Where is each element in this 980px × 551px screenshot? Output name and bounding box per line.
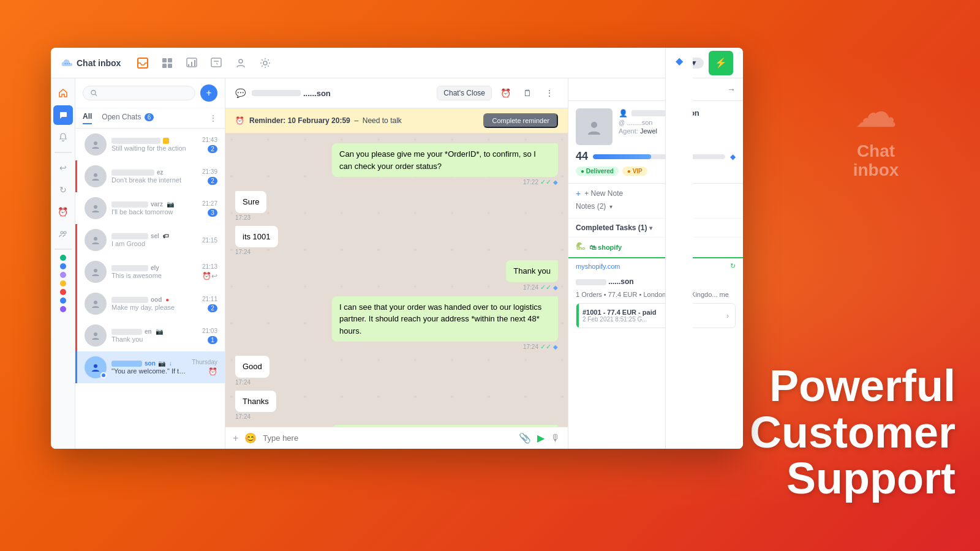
shopify-refresh-icon[interactable]: ↻	[730, 262, 736, 270]
attach-action-icon[interactable]: +	[233, 433, 238, 444]
top-bar-nav	[135, 56, 273, 70]
message-item: its 1001 17:24	[235, 226, 558, 256]
add-chat-button[interactable]: +	[200, 84, 217, 102]
active-chat-item[interactable]: son 📷 ↓ "You are welcome." If there's an…	[75, 351, 225, 383]
color-dot-violet[interactable]	[60, 306, 66, 312]
camera-icon2: 📷	[156, 328, 163, 335]
color-dot-yellow[interactable]	[60, 280, 66, 287]
panel-diamond-icon[interactable]: ◆	[676, 55, 683, 67]
app-logo: Chat inbox	[61, 58, 121, 68]
nav-user-icon[interactable]	[233, 56, 248, 70]
message-bubble: Thanks	[235, 391, 276, 413]
completed-tasks-toggle[interactable]: Completed Tasks (1) ▾	[576, 223, 736, 232]
close-chat-button[interactable]: Chat's Close	[437, 86, 492, 100]
active-chat-name	[111, 361, 142, 367]
sidebar-icon-group[interactable]	[53, 224, 73, 244]
list-item[interactable]: ood ● Make my day, please 21:11 2	[75, 288, 225, 320]
sidebar-icon-clock[interactable]: ⏰	[53, 202, 73, 222]
send-button[interactable]: ▶	[537, 432, 545, 444]
order-info: #1001 - 77.4 EUR - paid 2 Feb 2021 8:51:…	[582, 309, 656, 323]
chat-item-info: sel 🏷 I am Grood	[111, 233, 197, 247]
chat-item-meta: 21:11 2	[202, 296, 217, 312]
reminder-bar: ⏰ Reminder: 10 February 20:59 – Need to …	[225, 108, 568, 133]
svg-point-2	[69, 63, 70, 64]
name-tag-icon	[163, 138, 169, 144]
nav-settings-icon[interactable]	[258, 56, 273, 70]
tab-all[interactable]: All	[83, 112, 92, 124]
chat-header-actions: Chat's Close ⏰ 🗒 ⋮	[437, 84, 558, 102]
reminder-header-icon[interactable]: ⏰	[497, 84, 514, 102]
chat-item-preview: Make my day, please	[111, 304, 197, 311]
notes-section: + + New Note Notes (2) ▾	[568, 184, 743, 219]
active-chat-status-icon: ↓	[169, 360, 172, 367]
more-header-icon[interactable]: ⋮	[541, 84, 558, 102]
agent-label: Agent:	[619, 127, 638, 135]
order-card[interactable]: #1001 - 77.4 EUR - paid 2 Feb 2021 8:51:…	[576, 303, 736, 328]
chat-item-meta: 21:13 ⏰↩	[202, 263, 217, 280]
info-panel-header: →	[568, 78, 743, 101]
unread-badge: 2	[208, 145, 217, 153]
chat-messages[interactable]: Can you please give me your *OrderID*, t…	[225, 133, 568, 427]
chat-item-preview: Don't break the internet	[111, 176, 197, 184]
chat-item-info: ely This is awesome	[111, 264, 197, 279]
list-item[interactable]: Still waiting for the action 21:43 2	[75, 129, 225, 160]
svg-point-26	[94, 332, 97, 336]
tab-open-chats[interactable]: Open Chats 6	[102, 113, 154, 124]
order-number: #1001 - 77.4 EUR - paid	[582, 309, 656, 316]
chat-list: Still waiting for the action 21:43 2	[75, 129, 225, 449]
chat-item-name-text	[111, 201, 148, 208]
quick-action-button[interactable]: ⚡	[709, 51, 733, 75]
online-status-dot	[100, 372, 107, 378]
color-dot-blue2[interactable]	[60, 298, 66, 304]
chat-item-meta: 21:39 2	[202, 168, 217, 185]
sidebar-icon-home[interactable]	[53, 83, 73, 103]
list-item[interactable]: en 📷 Thank you 21:03 1	[75, 320, 225, 351]
color-dot-green[interactable]	[60, 255, 66, 261]
unread-badge: 3	[208, 209, 217, 217]
notes-toggle[interactable]: Notes (2) ▾	[576, 202, 736, 211]
list-item[interactable]: ez Don't break the internet 21:39 2	[75, 160, 225, 192]
list-item[interactable]: varz 📷 I'll be back tomorrow 21:27 3	[75, 192, 225, 224]
sidebar-icon-chat[interactable]	[53, 105, 73, 125]
chat-tabs-more[interactable]: ⋮	[209, 113, 217, 123]
tag-icon: 🏷	[163, 233, 169, 239]
attachment-icon[interactable]: 📎	[519, 432, 531, 444]
nav-edit-icon[interactable]	[209, 56, 224, 70]
color-dot-purple[interactable]	[60, 272, 66, 278]
sidebar-icon-notifications[interactable]	[53, 127, 73, 147]
list-item[interactable]: sel 🏷 I am Grood 21:15	[75, 224, 225, 256]
nav-grid-icon[interactable]	[160, 56, 175, 70]
nav-inbox-icon[interactable]	[135, 56, 150, 70]
chat-input-field[interactable]	[263, 433, 513, 443]
sidebar-icon-back[interactable]: ↩	[53, 158, 73, 178]
chat-item-meta: 21:27 3	[202, 200, 217, 217]
info-panel-arrow-icon[interactable]: →	[727, 84, 736, 94]
active-chat-camera-icon: 📷	[158, 360, 165, 367]
shopify-tab[interactable]: shopify 🛍 shopify	[568, 238, 743, 258]
search-input[interactable]	[101, 89, 187, 97]
new-note-button[interactable]: + + New Note	[576, 189, 736, 198]
message-item: I can see that your order was handed ove…	[235, 296, 558, 351]
widget-cloud-icon: ☁	[854, 87, 897, 137]
diamond-msg-icon: ◆	[553, 343, 558, 350]
notes-header-icon[interactable]: 🗒	[519, 84, 536, 102]
emoji-action-icon[interactable]: 😊	[244, 432, 257, 444]
chat-item-meta: 21:43 2	[202, 137, 217, 153]
complete-reminder-button[interactable]: Complete reminder	[483, 113, 558, 128]
chat-item-meta: Thursday ⏰	[192, 359, 217, 376]
order-chevron-icon[interactable]: ›	[726, 312, 729, 320]
sidebar-icon-reload[interactable]: ↻	[53, 180, 73, 200]
avatar	[85, 293, 107, 315]
color-dot-red[interactable]	[60, 289, 66, 295]
myshopify-link[interactable]: myshopify.com	[576, 263, 620, 270]
list-item[interactable]: ely This is awesome 21:13 ⏰↩	[75, 256, 225, 288]
avatar	[85, 165, 107, 187]
chat-item-info: son 📷 ↓ "You are welcome." If there's an…	[111, 360, 187, 375]
chat-item-preview: Thank you	[111, 335, 197, 343]
chat-item-name-text	[111, 138, 160, 144]
svg-point-27	[94, 364, 97, 368]
tag-delivered: ● Delivered	[576, 167, 619, 176]
nav-chart-icon[interactable]	[184, 56, 199, 70]
mic-button[interactable]: 🎙	[551, 433, 560, 444]
color-dot-blue[interactable]	[60, 263, 66, 269]
